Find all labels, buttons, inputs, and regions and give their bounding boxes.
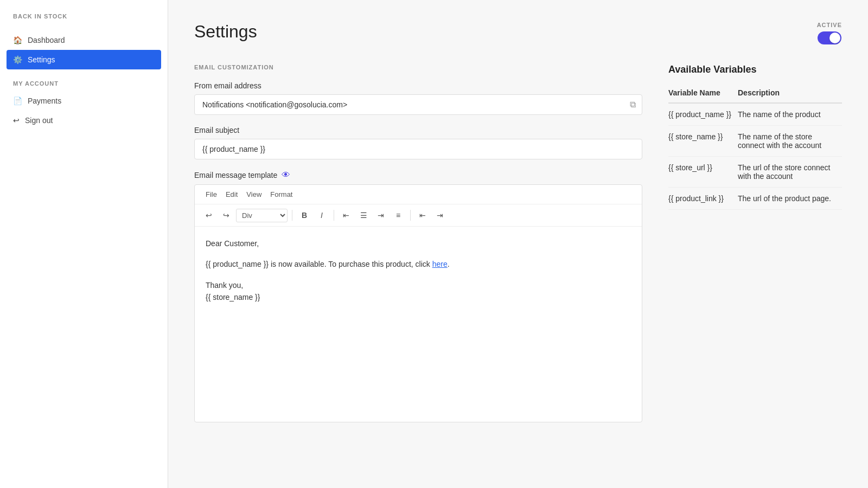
sidebar-item-payments[interactable]: 📄 Payments	[0, 91, 168, 111]
var-desc: The name of the product	[738, 103, 842, 126]
active-toggle[interactable]	[818, 31, 841, 44]
table-row: {{ store_name }} The name of the store c…	[668, 126, 842, 157]
eye-icon[interactable]: 👁	[282, 170, 290, 180]
payments-icon: 📄	[13, 97, 22, 105]
signout-icon: ↩	[13, 116, 20, 125]
from-email-input[interactable]	[194, 94, 642, 115]
from-email-group: From email address ⧉	[194, 81, 642, 115]
page-title: Settings	[194, 22, 257, 42]
editor-line-1: Dear Customer,	[206, 237, 631, 249]
toolbar-separator-2	[334, 210, 334, 221]
editor-container: File Edit View Format ↩ ↪ Div Paragraph …	[194, 184, 642, 422]
var-name: {{ product_link }}	[668, 188, 738, 210]
page-header: Settings ACTIVE	[194, 22, 842, 44]
menu-format[interactable]: Format	[266, 188, 297, 201]
from-email-label: From email address	[194, 81, 642, 90]
email-subject-group: Email subject	[194, 126, 642, 159]
italic-button[interactable]: I	[314, 208, 329, 223]
toolbar-separator-1	[292, 210, 292, 221]
main-content: Settings ACTIVE Email Customization From…	[168, 0, 868, 488]
sidebar-brand: Back In Stock	[0, 13, 168, 30]
bold-button[interactable]: B	[297, 208, 312, 223]
sidebar-item-dashboard[interactable]: 🏠 Dashboard	[0, 30, 168, 50]
email-message-label: Email message template	[194, 171, 277, 179]
sidebar-dashboard-label: Dashboard	[28, 36, 65, 44]
variables-table: Variable Name Description {{ product_nam…	[668, 84, 842, 210]
sidebar: Back In Stock 🏠 Dashboard ⚙️ Settings My…	[0, 0, 168, 488]
table-row: {{ store_url }} The url of the store con…	[668, 157, 842, 188]
align-left-button[interactable]: ⇤	[339, 208, 354, 223]
editor-label-row: Email message template 👁	[194, 170, 642, 180]
email-customization-label: Email Customization	[194, 64, 642, 70]
active-toggle-area: ACTIVE	[817, 22, 842, 44]
sidebar-item-signout[interactable]: ↩ Sign out	[0, 111, 168, 130]
variables-title: Available Variables	[668, 64, 842, 75]
redo-button[interactable]: ↪	[219, 208, 234, 223]
var-desc: The name of the store connect with the a…	[738, 126, 842, 157]
var-name: {{ store_url }}	[668, 157, 738, 188]
editor-body[interactable]: Dear Customer, {{ product_name }} is now…	[195, 227, 642, 422]
toolbar-separator-3	[410, 210, 411, 221]
home-icon: 🏠	[13, 36, 22, 44]
form-area: Email Customization From email address ⧉…	[194, 64, 642, 433]
table-row: {{ product_name }} The name of the produ…	[668, 103, 842, 126]
menu-file[interactable]: File	[201, 188, 221, 201]
var-name: {{ product_name }}	[668, 103, 738, 126]
gear-icon: ⚙️	[13, 55, 22, 64]
align-justify-button[interactable]: ≡	[391, 208, 406, 223]
indent-button[interactable]: ⇥	[432, 208, 448, 223]
email-subject-input[interactable]	[194, 139, 642, 159]
my-account-section: My Account	[0, 69, 168, 91]
sidebar-signout-label: Sign out	[25, 116, 53, 125]
editor-toolbar: ↩ ↪ Div Paragraph H1 H2 B I ⇤ ☰	[195, 204, 642, 227]
editor-menubar: File Edit View Format	[195, 185, 642, 204]
table-row: {{ product_link }} The url of the produc…	[668, 188, 842, 210]
active-label: ACTIVE	[817, 22, 842, 28]
outdent-button[interactable]: ⇤	[415, 208, 430, 223]
col-variable-name: Variable Name	[668, 84, 738, 103]
col-description: Description	[738, 84, 842, 103]
editor-link[interactable]: here	[432, 260, 448, 268]
email-message-group: Email message template 👁 File Edit View …	[194, 170, 642, 422]
menu-edit[interactable]: Edit	[221, 188, 242, 201]
menu-view[interactable]: View	[242, 188, 266, 201]
var-desc: The url of the store connect with the ac…	[738, 157, 842, 188]
from-email-input-wrapper: ⧉	[194, 94, 642, 115]
copy-icon: ⧉	[630, 100, 636, 110]
sidebar-settings-label: Settings	[28, 55, 55, 64]
block-type-select[interactable]: Div Paragraph H1 H2	[236, 209, 288, 222]
align-right-button[interactable]: ⇥	[373, 208, 388, 223]
editor-line-3: Thank you,{{ store_name }}	[206, 279, 631, 304]
sidebar-item-settings[interactable]: ⚙️ Settings	[7, 50, 161, 69]
variables-area: Available Variables Variable Name Descri…	[668, 64, 842, 433]
var-desc: The url of the product page.	[738, 188, 842, 210]
editor-line-2: {{ product_name }} is now available. To …	[206, 258, 631, 270]
sidebar-payments-label: Payments	[28, 97, 61, 105]
content-layout: Email Customization From email address ⧉…	[194, 64, 842, 433]
var-name: {{ store_name }}	[668, 126, 738, 157]
align-center-button[interactable]: ☰	[356, 208, 371, 223]
email-subject-label: Email subject	[194, 126, 642, 134]
undo-button[interactable]: ↩	[201, 208, 216, 223]
toggle-knob	[829, 33, 840, 43]
